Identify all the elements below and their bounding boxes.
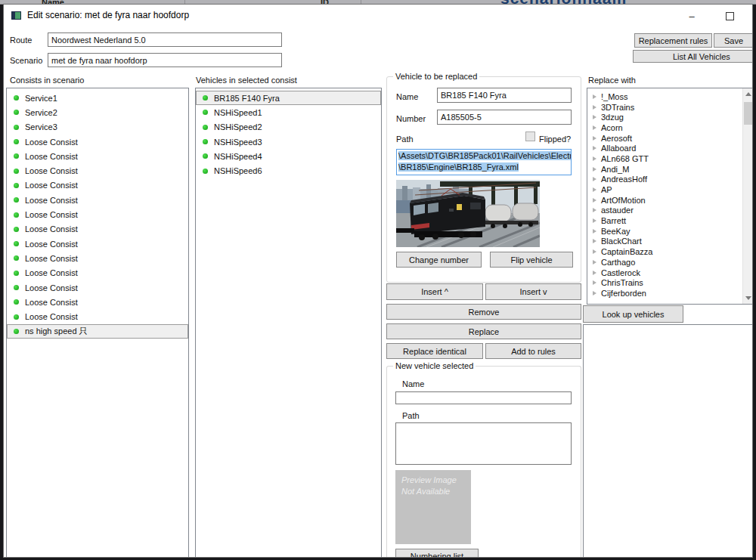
number-input[interactable] [437, 110, 572, 125]
consist-list-item[interactable]: Service1 [7, 91, 188, 105]
consists-label: Consists in scenario [10, 76, 84, 85]
tree-item-label: Carthago [601, 258, 635, 267]
tree-item-label: Allaboard [601, 144, 636, 153]
tree-item[interactable]: Aerosoft [587, 133, 753, 144]
consist-list-item[interactable]: Loose Consist [7, 163, 188, 178]
tree-item[interactable]: 3dzug [587, 112, 753, 122]
consist-list-item[interactable]: Loose Consist [7, 207, 188, 221]
vehicle-list-item[interactable]: NSHiSpeed2 [196, 120, 381, 135]
tree-item[interactable]: ChrisTrains [587, 277, 753, 288]
tree-item[interactable]: Allaboard [587, 143, 753, 153]
numbering-list-button[interactable]: Numbering list [395, 549, 479, 558]
remove-button[interactable]: Remove [386, 304, 581, 320]
consist-label: Loose Consist [25, 152, 78, 161]
path-textarea[interactable]: \Assets\DTG\BR185Pack01\RailVehicles\Ele… [396, 149, 572, 175]
consist-list-item[interactable]: ns high speed 只 [7, 324, 188, 339]
consist-list-item[interactable]: Loose Consist [7, 135, 188, 149]
tree-item[interactable]: astauder [587, 206, 753, 216]
chevron-right-icon [593, 187, 596, 192]
new-name-input[interactable] [395, 391, 572, 404]
maximize-button[interactable] [718, 9, 741, 23]
scenario-input[interactable] [48, 53, 282, 67]
scroll-up-icon[interactable] [745, 92, 751, 96]
status-dot-icon [203, 169, 208, 174]
route-input[interactable] [48, 32, 282, 47]
tree-item[interactable]: AP [587, 184, 753, 195]
status-dot-icon [14, 125, 19, 130]
preview-text-line1: Preview Image [401, 475, 457, 484]
tree-item-label: Acorn [601, 123, 623, 132]
tree-item[interactable]: BlackChart [587, 237, 753, 247]
consist-label: Service1 [25, 94, 57, 103]
vehicle-list-item[interactable]: NSHiSpeed1 [196, 105, 381, 119]
replacement-rules-button[interactable]: Replacement rules [634, 33, 712, 48]
vehicle-list-item[interactable]: NSHiSpeed4 [196, 149, 381, 163]
replace-with-tree[interactable]: !_Moss 3DTrains 3dzug Acorn [587, 88, 753, 305]
tree-item[interactable]: BeeKay [587, 226, 753, 237]
vehicle-label: NSHiSpeed3 [214, 138, 262, 147]
status-dot-icon [203, 95, 208, 101]
consists-list[interactable]: Service1 Service2 Service3 Loose Consist [6, 88, 189, 558]
scroll-down-icon[interactable] [745, 296, 751, 300]
consist-list-item[interactable]: Loose Consist [7, 266, 188, 280]
consist-list-item[interactable]: Service2 [7, 105, 188, 119]
consist-list-item[interactable]: Service3 [7, 120, 188, 135]
tree-item[interactable]: 3DTrains [587, 102, 753, 113]
tree-item[interactable]: AndreasHoff [587, 175, 753, 185]
consist-list-item[interactable]: Loose Consist [7, 193, 188, 207]
name-label: Name [396, 92, 418, 101]
flipped-label: Flipped? [539, 135, 571, 144]
flipped-checkbox[interactable] [525, 131, 535, 141]
tree-item[interactable]: !_Moss [587, 91, 753, 102]
consist-list-item[interactable]: Loose Consist [7, 295, 188, 309]
tree-item[interactable]: Acorn [587, 122, 753, 133]
tree-item-label: astauder [601, 206, 634, 215]
tree-item[interactable]: Carthago [587, 257, 753, 268]
tree-item[interactable]: Andi_M [587, 164, 753, 175]
chevron-right-icon [593, 280, 596, 285]
chevron-right-icon [593, 177, 596, 181]
new-path-textarea[interactable] [395, 422, 572, 465]
name-input[interactable] [437, 88, 572, 103]
insert-up-button[interactable]: Insert ^ [386, 283, 483, 300]
vehicle-list-item[interactable]: NSHiSpeed3 [196, 135, 381, 149]
flip-vehicle-button[interactable]: Flip vehicle [490, 252, 573, 268]
replace-button[interactable]: Replace [386, 323, 581, 339]
chevron-right-icon [593, 271, 596, 275]
insert-down-button[interactable]: Insert v [485, 283, 581, 300]
vehicle-list-item[interactable]: NSHiSpeed6 [196, 163, 381, 178]
consist-list-item[interactable]: Loose Consist [7, 251, 188, 265]
consist-list-item[interactable]: Loose Consist [7, 149, 188, 163]
change-number-button[interactable]: Change number [396, 252, 482, 268]
tree-item[interactable]: Cijferborden [587, 288, 753, 299]
close-button[interactable]: ✕ [746, 9, 753, 23]
consist-list-item[interactable]: Loose Consist [7, 178, 188, 193]
tree-scrollbar[interactable] [742, 88, 753, 304]
consist-list-item[interactable]: Loose Consist [7, 280, 188, 295]
lookup-results-list[interactable] [583, 324, 753, 558]
scrollbar-thumb[interactable] [744, 102, 752, 125]
tree-item[interactable]: ArtOfMotion [587, 195, 753, 206]
tree-item[interactable]: ALn668 GTT [587, 153, 753, 164]
app-icon [11, 11, 21, 20]
save-button[interactable]: Save [714, 33, 753, 48]
title-bar[interactable]: Edit scenario: met de fyra naar hoofdorp… [4, 5, 752, 26]
consist-list-item[interactable]: Loose Consist [7, 222, 188, 237]
list-all-vehicles-button[interactable]: List All Vehicles [633, 50, 753, 63]
chevron-right-icon [593, 291, 596, 295]
chevron-right-icon [593, 136, 596, 141]
tree-item[interactable]: Castlerock [587, 268, 753, 278]
window-title: Edit scenario: met de fyra naar hoofdorp [27, 10, 189, 20]
minimize-button[interactable]: – [680, 9, 703, 23]
tree-item[interactable]: Barrett [587, 215, 753, 226]
replace-identical-button[interactable]: Replace identical [386, 343, 483, 359]
consist-list-item[interactable]: Loose Consist [7, 237, 188, 251]
vehicle-list-item[interactable]: BR185 F140 Fyra [196, 91, 381, 105]
tree-item-label: BlackChart [601, 237, 642, 246]
vehicle-label: NSHiSpeed4 [214, 152, 262, 161]
consist-list-item[interactable]: Loose Consist [7, 309, 188, 323]
add-to-rules-button[interactable]: Add to rules [485, 343, 581, 359]
vehicles-list[interactable]: BR185 F140 Fyra NSHiSpeed1 NSHiSpeed2 NS… [195, 88, 382, 558]
look-up-vehicles-button[interactable]: Look up vehicles [583, 305, 683, 323]
tree-item[interactable]: CaptainBazza [587, 246, 753, 257]
